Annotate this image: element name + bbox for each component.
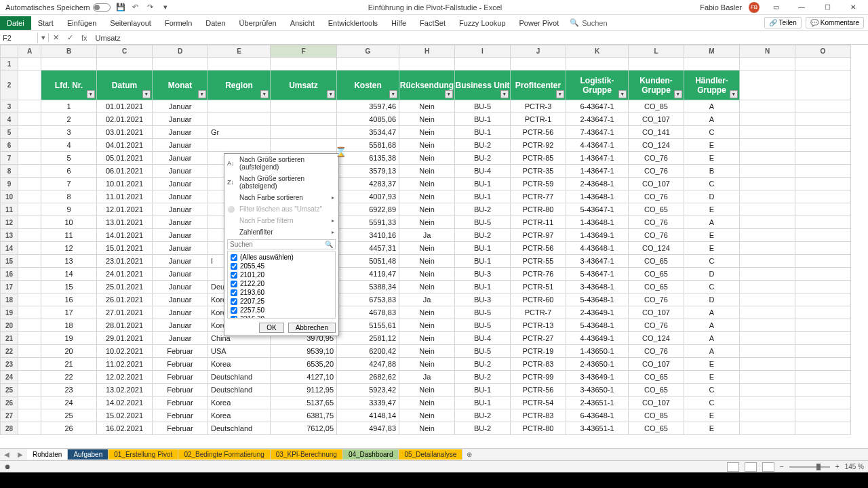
cell[interactable]: 4085,06 xyxy=(337,113,399,126)
cell[interactable] xyxy=(740,70,795,100)
cell[interactable] xyxy=(455,58,511,70)
column-header[interactable]: B xyxy=(41,45,97,58)
cell[interactable] xyxy=(740,319,795,332)
table-header[interactable]: Lfd. Nr.▾ xyxy=(41,70,97,100)
cell[interactable]: C xyxy=(684,126,740,139)
cell[interactable] xyxy=(18,229,41,242)
cell[interactable]: CO_76 xyxy=(629,216,684,229)
row-header[interactable]: 22 xyxy=(1,345,18,358)
cell[interactable] xyxy=(795,165,851,178)
cell[interactable]: BU-2 xyxy=(455,152,511,165)
sheet-nav[interactable]: ◀▶ xyxy=(0,451,27,458)
cell[interactable] xyxy=(18,396,41,409)
cell[interactable]: Januar xyxy=(153,255,208,268)
cell[interactable]: A xyxy=(684,100,740,113)
cell[interactable]: Nein xyxy=(399,345,455,358)
cell[interactable]: Januar xyxy=(153,242,208,255)
filter-value-item[interactable]: 2257,50 xyxy=(229,306,334,314)
formula-input[interactable]: Umsatz xyxy=(92,33,868,43)
cell[interactable] xyxy=(684,58,740,70)
cell[interactable]: 5-43647-1 xyxy=(566,268,629,281)
cell[interactable]: D xyxy=(684,190,740,203)
cell[interactable]: 14.02.2021 xyxy=(97,396,153,409)
cell[interactable]: 11.02.2021 xyxy=(97,358,153,371)
row-header[interactable]: 12 xyxy=(1,216,18,229)
cell[interactable]: 1-43647-1 xyxy=(566,165,629,178)
cell[interactable]: Deutschland xyxy=(208,371,271,384)
column-header[interactable]: I xyxy=(455,45,511,58)
cell[interactable] xyxy=(740,332,795,345)
cell[interactable]: C xyxy=(684,178,740,190)
cell[interactable] xyxy=(795,255,851,268)
cell[interactable]: BU-1 xyxy=(455,255,511,268)
cell[interactable]: Nein xyxy=(399,190,455,203)
row-header[interactable]: 14 xyxy=(1,242,18,255)
column-header[interactable]: N xyxy=(740,45,795,58)
cell[interactable] xyxy=(795,319,851,332)
filter-dropdown-icon[interactable]: ▾ xyxy=(674,90,682,98)
cell[interactable] xyxy=(271,58,337,70)
cell[interactable] xyxy=(740,58,795,70)
filter-search[interactable]: 🔍 xyxy=(227,239,336,249)
cell[interactable]: 5591,33 xyxy=(337,216,399,229)
cell[interactable]: E xyxy=(684,139,740,152)
cell[interactable]: 4127,10 xyxy=(271,371,337,384)
cell[interactable]: B xyxy=(684,165,740,178)
cell[interactable] xyxy=(795,293,851,306)
cell[interactable] xyxy=(740,345,795,358)
cell[interactable]: 24 xyxy=(41,396,97,409)
column-header[interactable]: G xyxy=(337,45,399,58)
cell[interactable]: PCTR-19 xyxy=(511,345,566,358)
row-header[interactable]: 8 xyxy=(1,165,18,178)
ribbon-tab-daten[interactable]: Daten xyxy=(199,16,232,30)
cell[interactable]: 5155,61 xyxy=(337,319,399,332)
column-header[interactable]: J xyxy=(511,45,566,58)
cell[interactable]: 22 xyxy=(41,371,97,384)
cell[interactable] xyxy=(18,422,41,435)
zoom-slider[interactable] xyxy=(789,466,830,468)
cell[interactable] xyxy=(629,58,684,70)
cell[interactable]: C xyxy=(684,281,740,293)
row-header[interactable]: 1 xyxy=(1,58,18,70)
table-header[interactable]: Monat▾ xyxy=(153,70,208,100)
cell[interactable]: Nein xyxy=(399,358,455,371)
cell[interactable]: 2-43651-1 xyxy=(566,396,629,409)
cell[interactable]: Januar xyxy=(153,100,208,113)
cell[interactable] xyxy=(795,306,851,319)
cell[interactable]: A xyxy=(684,332,740,345)
cell[interactable]: 2-43650-1 xyxy=(566,358,629,371)
cell[interactable]: 05.01.2021 xyxy=(97,152,153,165)
cell[interactable]: 15 xyxy=(41,281,97,293)
cell[interactable] xyxy=(399,58,455,70)
zoom-in-icon[interactable]: + xyxy=(835,463,840,470)
cell[interactable]: BU-1 xyxy=(455,113,511,126)
cell[interactable]: 5388,34 xyxy=(337,281,399,293)
cell[interactable]: 9112,95 xyxy=(271,384,337,396)
cell[interactable]: BU-1 xyxy=(455,384,511,396)
cell[interactable]: CO_107 xyxy=(629,358,684,371)
zoom-out-icon[interactable]: − xyxy=(780,463,784,470)
cell[interactable]: Januar xyxy=(153,319,208,332)
cell[interactable] xyxy=(18,358,41,371)
cell[interactable]: 3-43649-1 xyxy=(566,371,629,384)
cell[interactable]: Januar xyxy=(153,165,208,178)
cell[interactable]: A xyxy=(684,216,740,229)
ribbon-tab-seitenlayout[interactable]: Seitenlayout xyxy=(103,16,158,30)
cell[interactable]: Gr xyxy=(208,126,271,139)
cell[interactable]: Ja xyxy=(399,229,455,242)
cell[interactable]: 01.01.2021 xyxy=(97,100,153,113)
cell[interactable]: 3-43650-1 xyxy=(566,384,629,396)
cell[interactable] xyxy=(18,178,41,190)
filter-value-item[interactable]: 2101,20 xyxy=(229,270,334,279)
cell[interactable]: 1-43649-1 xyxy=(566,229,629,242)
cell[interactable]: PCTR-35 xyxy=(511,165,566,178)
name-box[interactable]: F2 xyxy=(0,33,38,43)
cell[interactable]: E xyxy=(684,203,740,216)
cell[interactable]: 27.01.2021 xyxy=(97,306,153,319)
cell[interactable]: 3579,13 xyxy=(337,165,399,178)
table-header[interactable]: Händler-Gruppe▾ xyxy=(684,70,740,100)
sheet-tab[interactable]: Rohdaten xyxy=(27,449,68,460)
cell[interactable]: Januar xyxy=(153,152,208,165)
ribbon-tab-power pivot[interactable]: Power Pivot xyxy=(513,16,566,30)
ribbon-tab-ansicht[interactable]: Ansicht xyxy=(283,16,321,30)
